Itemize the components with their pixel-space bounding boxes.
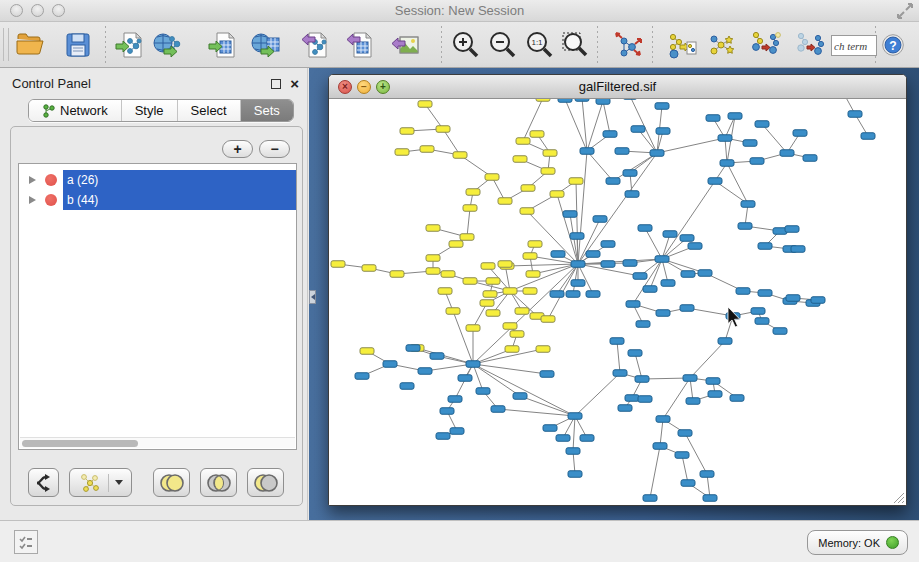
graph-node-blue[interactable] bbox=[613, 370, 627, 377]
toolbar-grip[interactable] bbox=[3, 28, 9, 61]
graph-node-blue[interactable] bbox=[656, 128, 670, 135]
graph-node-blue[interactable] bbox=[618, 405, 632, 412]
graph-node-blue[interactable] bbox=[448, 396, 462, 403]
close-panel-icon[interactable]: × bbox=[290, 75, 299, 92]
export-image-button[interactable] bbox=[387, 27, 423, 63]
graph-node-blue[interactable] bbox=[720, 160, 734, 167]
expand-triangle-icon[interactable] bbox=[29, 196, 36, 204]
graph-node-blue[interactable] bbox=[698, 270, 712, 277]
fullscreen-icon[interactable] bbox=[896, 2, 914, 20]
save-session-button[interactable] bbox=[60, 27, 96, 63]
graph-node-blue[interactable] bbox=[635, 376, 649, 383]
graph-node-blue[interactable] bbox=[556, 435, 570, 442]
graph-node-blue[interactable] bbox=[738, 223, 752, 230]
graph-node-yellow[interactable] bbox=[362, 265, 376, 272]
network-canvas-svg[interactable] bbox=[329, 99, 906, 505]
expand-triangle-icon[interactable] bbox=[29, 176, 36, 184]
export-table-button[interactable] bbox=[342, 27, 378, 63]
venn-intersection-button[interactable] bbox=[200, 468, 237, 497]
graph-node-blue[interactable] bbox=[650, 150, 664, 157]
graph-node-yellow[interactable] bbox=[536, 99, 550, 101]
graph-node-yellow[interactable] bbox=[541, 316, 555, 323]
collapse-panel-handle[interactable] bbox=[309, 290, 316, 304]
graph-node-blue[interactable] bbox=[450, 428, 464, 435]
graph-node-blue[interactable] bbox=[418, 368, 432, 375]
set-label[interactable]: b (44) bbox=[63, 190, 296, 210]
graph-node-blue[interactable] bbox=[791, 246, 805, 253]
graph-node-yellow[interactable] bbox=[530, 131, 544, 138]
graph-node-yellow[interactable] bbox=[480, 300, 494, 307]
graph-node-blue[interactable] bbox=[430, 353, 444, 360]
import-table-file-button[interactable] bbox=[205, 27, 241, 63]
open-session-button[interactable] bbox=[12, 27, 48, 63]
network-from-selection-button[interactable] bbox=[664, 27, 700, 63]
graph-node-blue[interactable] bbox=[466, 361, 480, 368]
graph-node-yellow[interactable] bbox=[498, 261, 512, 268]
graph-node-blue[interactable] bbox=[626, 301, 640, 308]
graph-node-yellow[interactable] bbox=[486, 278, 500, 285]
tab-network[interactable]: Network bbox=[29, 100, 122, 121]
graph-node-blue[interactable] bbox=[606, 178, 620, 185]
graph-node-blue[interactable] bbox=[656, 310, 670, 317]
scrollbar-thumb[interactable] bbox=[22, 440, 138, 447]
graph-node-blue[interactable] bbox=[436, 433, 450, 440]
graph-node-yellow[interactable] bbox=[426, 268, 440, 275]
window-titlebar[interactable]: Session: New Session bbox=[0, 0, 919, 22]
memory-status-button[interactable]: Memory: OK bbox=[807, 530, 908, 555]
graph-node-blue[interactable] bbox=[686, 398, 700, 405]
graph-node-blue[interactable] bbox=[571, 280, 585, 287]
graph-node-blue[interactable] bbox=[355, 373, 369, 380]
graph-node-blue[interactable] bbox=[575, 99, 589, 101]
graph-node-blue[interactable] bbox=[566, 448, 580, 455]
graph-node-blue[interactable] bbox=[786, 295, 800, 302]
graph-node-blue[interactable] bbox=[596, 99, 610, 104]
graph-node-blue[interactable] bbox=[758, 243, 772, 250]
float-panel-icon[interactable] bbox=[271, 79, 281, 89]
graph-node-yellow[interactable] bbox=[523, 253, 537, 260]
graph-node-yellow[interactable] bbox=[485, 174, 499, 181]
graph-node-blue[interactable] bbox=[655, 103, 669, 110]
graph-node-blue[interactable] bbox=[623, 170, 637, 177]
graph-node-blue[interactable] bbox=[406, 345, 420, 352]
graph-node-blue[interactable] bbox=[751, 308, 765, 315]
graph-node-yellow[interactable] bbox=[536, 346, 550, 353]
graph-node-blue[interactable] bbox=[586, 251, 600, 258]
graph-node-blue[interactable] bbox=[625, 191, 639, 198]
search-input[interactable] bbox=[831, 35, 877, 56]
graph-node-blue[interactable] bbox=[780, 150, 794, 157]
graph-node-blue[interactable] bbox=[440, 408, 454, 415]
network-window-titlebar[interactable]: × − + galFiltered.sif bbox=[329, 75, 906, 99]
graph-node-yellow[interactable] bbox=[466, 325, 480, 332]
graph-node-yellow[interactable] bbox=[453, 152, 467, 159]
graph-node-yellow[interactable] bbox=[569, 178, 583, 185]
graph-node-yellow[interactable] bbox=[438, 288, 452, 295]
graph-node-blue[interactable] bbox=[610, 338, 624, 345]
graph-node-blue[interactable] bbox=[601, 261, 615, 268]
graph-node-blue[interactable] bbox=[580, 435, 594, 442]
import-network-web-button[interactable] bbox=[150, 27, 186, 63]
graph-node-yellow[interactable] bbox=[441, 271, 455, 278]
graph-node-yellow[interactable] bbox=[426, 225, 440, 232]
remove-set-button[interactable]: − bbox=[259, 140, 290, 158]
graph-node-blue[interactable] bbox=[638, 396, 652, 403]
tab-sets[interactable]: Sets bbox=[241, 100, 293, 121]
graph-node-blue[interactable] bbox=[803, 155, 817, 162]
graph-node-blue[interactable] bbox=[643, 495, 657, 502]
graph-node-yellow[interactable] bbox=[420, 146, 434, 153]
graph-node-blue[interactable] bbox=[848, 111, 862, 118]
graph-node-blue[interactable] bbox=[758, 290, 772, 297]
apply-layout-button[interactable] bbox=[610, 27, 646, 63]
graph-node-yellow[interactable] bbox=[466, 189, 480, 196]
graph-node-yellow[interactable] bbox=[463, 205, 477, 212]
graph-node-yellow[interactable] bbox=[523, 288, 537, 295]
zoom-out-button[interactable] bbox=[484, 27, 520, 63]
resize-grip-icon[interactable] bbox=[894, 493, 904, 503]
graph-node-blue[interactable] bbox=[700, 471, 714, 478]
graph-node-blue[interactable] bbox=[636, 321, 650, 328]
split-sets-button[interactable] bbox=[28, 468, 59, 497]
graph-node-blue[interactable] bbox=[811, 297, 825, 304]
graph-node-blue[interactable] bbox=[566, 291, 580, 298]
graph-node-yellow[interactable] bbox=[395, 149, 409, 156]
tab-style[interactable]: Style bbox=[122, 100, 178, 121]
network-canvas[interactable] bbox=[329, 99, 906, 505]
